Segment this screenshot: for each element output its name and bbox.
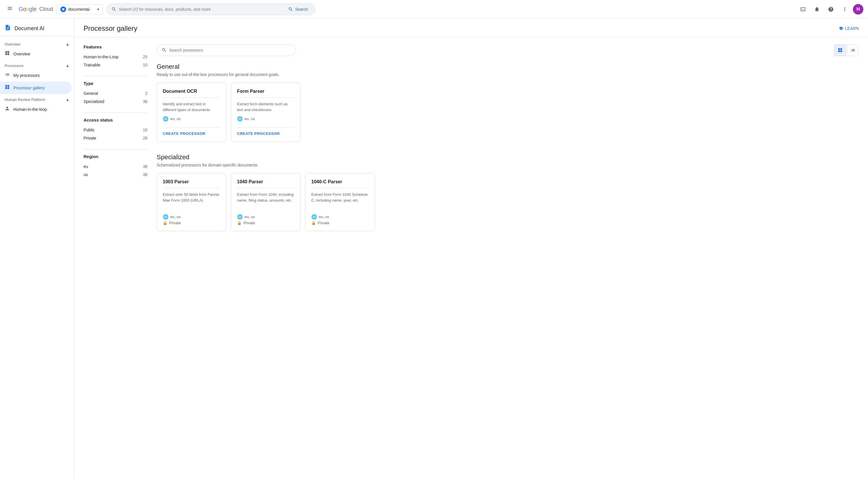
- menu-icon[interactable]: [5, 3, 15, 15]
- search-processors-container: [157, 44, 296, 56]
- filter-section-features: Features Human-in-the-Loop 25 Trainable …: [84, 44, 147, 69]
- processor-card-1040c-parser[interactable]: 1040-C Parser Extract from Form 1040 Sch…: [305, 173, 375, 231]
- sidebar-app-title: Document AI: [14, 26, 44, 32]
- card-1040c-parser-access: 🔒 Private: [311, 221, 369, 225]
- globe-icon-4: 🌐: [237, 214, 243, 220]
- main-content: Processor gallery LEARN Features Human-i…: [74, 19, 868, 478]
- card-1040c-parser-regions: 🌐 eu, us: [311, 214, 369, 220]
- globe-icon-5: 🌐: [311, 214, 317, 220]
- avatar[interactable]: H: [853, 4, 863, 14]
- list-view-button[interactable]: [847, 44, 859, 56]
- card-form-parser-title: Form Parser: [237, 89, 294, 94]
- lock-icon-3: 🔒: [311, 221, 316, 225]
- card-document-ocr-regions-label: eu, us: [170, 117, 181, 121]
- filter-features-title: Features: [84, 44, 147, 49]
- processor-card-1040-parser[interactable]: 1040 Parser Extract from Form 1040, incl…: [231, 173, 301, 231]
- notifications-icon[interactable]: [811, 3, 823, 15]
- page-title: Processor gallery: [84, 24, 137, 32]
- card-1040c-parser-access-label: Private: [318, 221, 329, 225]
- help-icon[interactable]: [825, 3, 837, 15]
- filter-region-eu[interactable]: eu 38: [84, 162, 147, 170]
- card-document-ocr-regions: 🌐 eu, us: [163, 116, 220, 122]
- filter-region-title: Region: [84, 154, 147, 159]
- search-icon: [112, 7, 117, 12]
- processor-card-1003-parser[interactable]: 1003 Parser Extract over 50 fields from …: [157, 173, 226, 231]
- filter-type-specialized-label: Specialized: [84, 99, 104, 104]
- search-processors-input[interactable]: [169, 48, 291, 53]
- gallery-toolbar: [157, 44, 859, 56]
- filter-type-specialized-count: 36: [143, 99, 147, 104]
- card-1003-parser-access: 🔒 Private: [163, 221, 220, 225]
- filter-feature-hitl-label: Human-in-the-Loop: [84, 55, 119, 59]
- card-document-ocr-footer: CREATE PROCESSOR: [163, 127, 220, 136]
- my-processors-icon: [5, 72, 10, 78]
- sidebar-item-processor-gallery-label: Processor gallery: [13, 86, 45, 90]
- processor-gallery-icon: [5, 85, 10, 91]
- search-btn-icon: [288, 7, 293, 12]
- sidebar-section-hrp[interactable]: Human Review Platform ▲: [0, 94, 74, 103]
- category-general-title: General: [157, 63, 859, 70]
- category-specialized-desc: Schematized processors for domain-specif…: [157, 163, 859, 167]
- filter-type-specialized[interactable]: Specialized 36: [84, 97, 147, 105]
- card-form-parser-regions: 🌐 eu, us: [237, 116, 294, 122]
- filter-access-public-label: Public: [84, 128, 95, 132]
- sidebar-section-overview[interactable]: Overview ▲: [0, 39, 74, 47]
- sidebar-section-processors-chevron: ▲: [66, 64, 69, 68]
- processor-card-form-parser[interactable]: Form Parser Extract form elements such a…: [231, 83, 301, 142]
- more-menu-icon[interactable]: [839, 3, 850, 15]
- sidebar-section-hrp-label: Human Review Platform: [5, 97, 45, 102]
- app-layout: Document AI Overview ▲ Overview Processo…: [0, 19, 868, 478]
- card-1040-parser-access: 🔒 Private: [237, 221, 294, 225]
- lock-icon: 🔒: [163, 221, 167, 225]
- card-document-ocr-desc: Identify and extract text in different t…: [163, 101, 220, 113]
- create-document-ocr-button[interactable]: CREATE PROCESSOR: [163, 131, 206, 136]
- filter-section-access: Access status Public 10 Private 28: [84, 118, 147, 142]
- project-selector[interactable]: documentai- ▾: [57, 4, 103, 14]
- sidebar-item-my-processors-label: My processors: [13, 73, 40, 78]
- globe-icon: 🌐: [163, 116, 168, 122]
- specialized-processor-grid: 1003 Parser Extract over 50 fields from …: [157, 173, 859, 231]
- filter-feature-hitl[interactable]: Human-in-the-Loop 25: [84, 53, 147, 61]
- create-form-parser-button[interactable]: CREATE PROCESSOR: [237, 131, 280, 136]
- card-1040c-parser-title: 1040-C Parser: [311, 179, 369, 185]
- filter-region-eu-count: 38: [143, 164, 147, 169]
- filter-region-us-count: 38: [143, 172, 147, 177]
- filter-feature-trainable-label: Trainable: [84, 63, 100, 67]
- filter-region-eu-label: eu: [84, 164, 88, 169]
- global-search-input[interactable]: [119, 7, 286, 11]
- global-search-container: Search: [106, 3, 315, 15]
- cloud-label: Cloud: [39, 6, 53, 12]
- learn-button[interactable]: LEARN: [839, 26, 859, 31]
- search-processors-icon: [162, 47, 167, 53]
- sidebar-section-processors[interactable]: Processors ▲: [0, 60, 74, 69]
- gallery-area: General Ready to use out-of-the-box proc…: [157, 44, 859, 243]
- filter-feature-trainable[interactable]: Trainable 10: [84, 61, 147, 69]
- globe-icon-2: 🌐: [237, 116, 243, 122]
- filter-access-private[interactable]: Private 28: [84, 134, 147, 142]
- filter-panel: Features Human-in-the-Loop 25 Trainable …: [84, 44, 147, 243]
- filter-type-general[interactable]: General 2: [84, 89, 147, 97]
- view-toggle: [834, 44, 859, 56]
- learn-icon: [839, 26, 843, 31]
- card-1040c-parser-regions-label: eu, us: [319, 215, 329, 219]
- card-1003-parser-regions-label: eu, us: [170, 215, 181, 219]
- grid-view-button[interactable]: [834, 44, 846, 56]
- overview-icon: [5, 51, 10, 57]
- filter-section-type: Type General 2 Specialized 36: [84, 81, 147, 105]
- filter-region-us[interactable]: us 38: [84, 170, 147, 179]
- filter-access-title: Access status: [84, 118, 147, 122]
- nav-icons: H: [797, 3, 863, 15]
- card-1003-parser-title: 1003 Parser: [163, 179, 220, 185]
- filter-access-public[interactable]: Public 10: [84, 126, 147, 134]
- processor-card-document-ocr[interactable]: Document OCR Identify and extract text i…: [157, 83, 226, 142]
- sidebar-item-human-in-the-loop[interactable]: Human-in-the-loop: [0, 103, 72, 116]
- sidebar-item-my-processors[interactable]: My processors: [0, 69, 72, 82]
- card-1003-parser-desc: Extract over 50 fields from Fannie Mae F…: [163, 192, 220, 211]
- category-specialized-title: Specialized: [157, 153, 859, 161]
- search-button[interactable]: Search: [286, 5, 310, 13]
- sidebar-item-overview[interactable]: Overview: [0, 47, 72, 60]
- filter-type-general-label: General: [84, 91, 98, 96]
- learn-label: LEARN: [845, 26, 859, 31]
- sidebar-item-processor-gallery[interactable]: Processor gallery: [0, 82, 72, 94]
- terminal-icon[interactable]: [797, 3, 809, 15]
